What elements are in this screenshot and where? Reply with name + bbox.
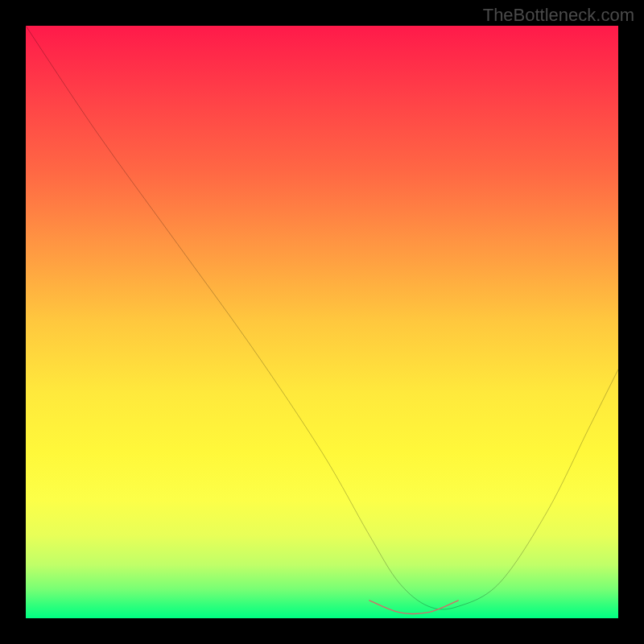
main-curve bbox=[26, 26, 618, 609]
watermark-text: TheBottleneck.com bbox=[483, 5, 634, 26]
chart-svg bbox=[26, 26, 618, 618]
chart-plot-area bbox=[26, 26, 618, 618]
highlight-segment bbox=[369, 601, 458, 614]
